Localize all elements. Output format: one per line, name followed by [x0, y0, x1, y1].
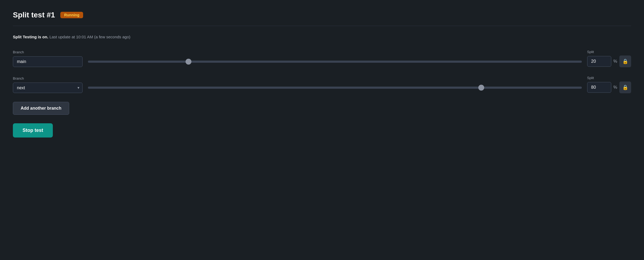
split-input-row-2: % 🔒 [587, 81, 631, 93]
branch-select-2[interactable]: next main dev [13, 83, 83, 93]
actions-section: Add another branch Stop test [13, 102, 631, 138]
lock-icon-2: 🔒 [622, 84, 628, 90]
split-input-2[interactable] [587, 82, 611, 93]
slider-container-2 [88, 81, 582, 89]
branch-label-1: Branch [13, 50, 83, 54]
split-slider-2[interactable] [88, 87, 582, 89]
page-title: Split test #1 [13, 11, 55, 19]
split-slider-1[interactable] [88, 61, 582, 63]
add-branch-button[interactable]: Add another branch [13, 102, 69, 115]
status-badge: Running [60, 12, 83, 18]
lock-button-2[interactable]: 🔒 [619, 81, 631, 93]
status-bold: Split Testing is on. [13, 35, 48, 39]
branch-select-wrapper: next main dev ▾ [13, 83, 83, 93]
slider-container-1 [88, 55, 582, 63]
header-divider [13, 26, 631, 26]
status-rest: Last update at 10:01 AM (a few seconds a… [48, 35, 130, 39]
branch-input-1[interactable] [13, 56, 83, 67]
lock-icon-1: 🔒 [622, 58, 628, 64]
stop-test-button[interactable]: Stop test [13, 123, 53, 138]
split-input-row-1: % 🔒 [587, 55, 631, 67]
split-label-2: Split [587, 76, 594, 80]
split-group-1: Split % 🔒 [587, 50, 631, 67]
percent-sign-2: % [613, 85, 617, 90]
header: Split test #1 Running [13, 11, 631, 19]
split-group-2: Split % 🔒 [587, 76, 631, 93]
branch-label-2: Branch [13, 76, 83, 80]
branch-row-1: Branch Split % 🔒 [13, 50, 631, 67]
split-input-1[interactable] [587, 56, 611, 67]
branch-group-1: Branch [13, 50, 83, 67]
percent-sign-1: % [613, 59, 617, 64]
branch-group-2: Branch next main dev ▾ [13, 76, 83, 93]
status-line: Split Testing is on. Last update at 10:0… [13, 35, 631, 39]
page-container: Split test #1 Running Split Testing is o… [0, 0, 644, 148]
lock-button-1[interactable]: 🔒 [619, 55, 631, 67]
branch-row-2: Branch next main dev ▾ Split % 🔒 [13, 76, 631, 93]
split-label-1: Split [587, 50, 594, 54]
